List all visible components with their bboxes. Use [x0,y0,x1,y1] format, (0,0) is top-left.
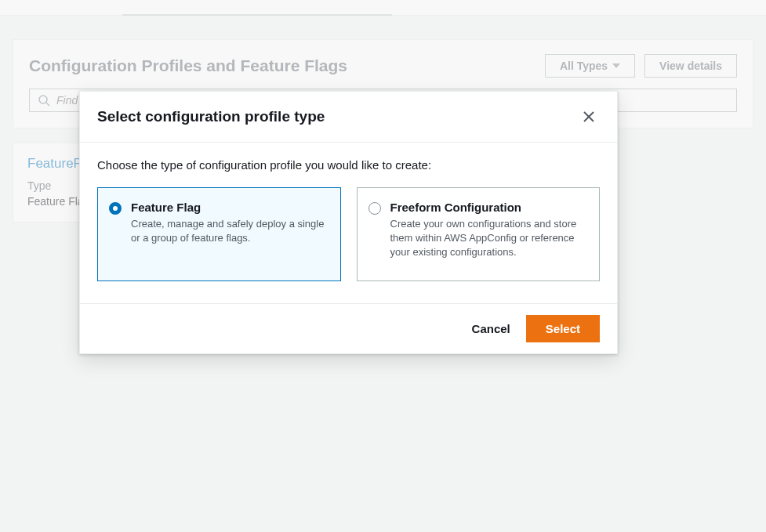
modal-close-button[interactable] [578,106,600,128]
close-icon [583,110,595,123]
modal-title: Select configuration profile type [97,108,325,125]
radio-icon [109,202,122,215]
radio-icon [368,202,381,215]
type-filter-dropdown[interactable]: All Types [545,54,635,78]
view-details-button[interactable]: View details [644,54,737,78]
cancel-button[interactable]: Cancel [467,316,515,342]
tabs-bar [0,0,766,16]
modal-instruction: Choose the type of configuration profile… [97,158,600,172]
type-filter-label: All Types [560,60,608,72]
option-title: Freeform Configuration [390,201,587,214]
option-description: Create, manage and safely deploy a singl… [131,217,328,245]
caret-down-icon [612,63,620,68]
option-feature-flag[interactable]: Feature Flag Create, manage and safely d… [97,187,341,281]
svg-line-1 [46,103,49,106]
option-freeform-configuration[interactable]: Freeform Configuration Create your own c… [357,187,601,281]
option-title: Feature Flag [131,201,328,214]
page-title: Configuration Profiles and Feature Flags [29,56,347,75]
svg-point-0 [39,96,47,103]
select-profile-type-modal: Select configuration profile type Choose… [79,91,618,354]
option-description: Create your own configurations and store… [390,217,587,260]
select-button[interactable]: Select [526,315,600,342]
search-icon [38,94,50,107]
